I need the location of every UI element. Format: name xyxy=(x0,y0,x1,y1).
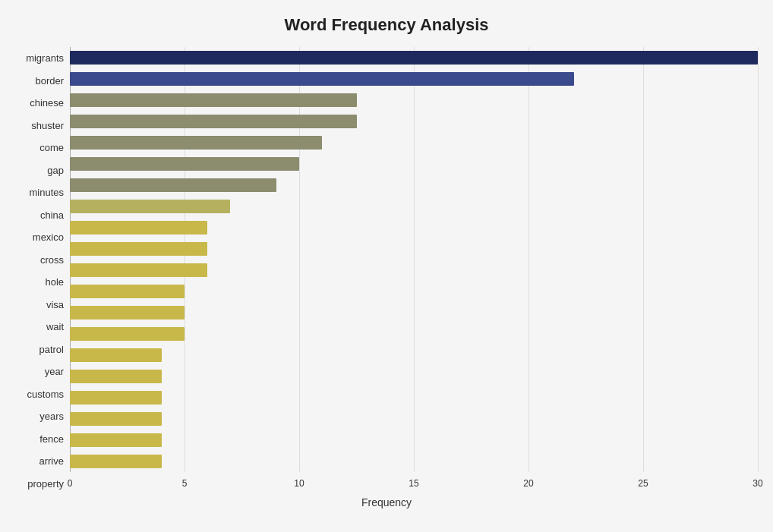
y-label: mexico xyxy=(33,228,64,247)
y-label: wait xyxy=(46,317,64,337)
y-label: arrive xyxy=(39,452,64,471)
y-label: china xyxy=(40,205,64,225)
bar-row xyxy=(70,90,758,110)
bar-row xyxy=(70,218,758,238)
y-label: cross xyxy=(40,250,64,269)
x-tick: 30 xyxy=(752,478,762,489)
x-tick: 15 xyxy=(409,478,418,489)
bar-row xyxy=(70,303,758,323)
bars-container xyxy=(70,47,758,495)
y-label: year xyxy=(45,362,64,382)
bar-row xyxy=(70,197,758,216)
bar xyxy=(70,157,299,171)
x-axis: 051015202530 xyxy=(70,472,758,495)
x-axis-label: Frequency xyxy=(15,496,758,508)
bar-row xyxy=(70,239,758,259)
bar-row xyxy=(70,112,758,131)
bar-row xyxy=(70,452,758,471)
y-label: gap xyxy=(47,160,64,180)
bar-row xyxy=(70,154,758,174)
y-label: minutes xyxy=(29,183,64,203)
bar xyxy=(70,221,207,235)
y-label: shuster xyxy=(31,115,64,135)
y-label: border xyxy=(35,71,64,90)
bar xyxy=(70,285,185,298)
chart-container: Word Frequency Analysis migrantsborderch… xyxy=(0,0,773,532)
plot-area: 051015202530 xyxy=(70,47,758,495)
bar-row xyxy=(70,282,758,301)
bar-row xyxy=(70,367,758,386)
bar xyxy=(70,455,162,468)
bar-row xyxy=(70,260,758,280)
x-tick: 10 xyxy=(294,478,304,489)
bar xyxy=(70,200,230,213)
bar-row xyxy=(70,345,758,365)
bar-row xyxy=(70,133,758,153)
y-label: fence xyxy=(39,429,64,449)
bar-row xyxy=(70,324,758,344)
bar xyxy=(70,263,207,277)
bar xyxy=(70,72,574,86)
bar xyxy=(70,433,162,447)
bar-row xyxy=(70,175,758,195)
bar xyxy=(70,391,162,405)
bar xyxy=(70,136,322,150)
bar xyxy=(70,115,357,128)
y-label: visa xyxy=(46,294,64,314)
bar xyxy=(70,348,162,362)
bar xyxy=(70,93,357,107)
bar xyxy=(70,412,162,426)
y-axis: migrantsborderchineseshustercomegapminut… xyxy=(15,47,70,495)
bar xyxy=(70,242,207,256)
chart-title: Word Frequency Analysis xyxy=(15,15,758,35)
x-tick: 20 xyxy=(523,478,533,489)
y-label: patrol xyxy=(39,339,64,359)
bar xyxy=(70,51,758,65)
bar-row xyxy=(70,388,758,408)
bar xyxy=(70,178,276,192)
y-label: hole xyxy=(45,272,64,292)
bar-row xyxy=(70,48,758,68)
x-tick: 25 xyxy=(638,478,648,489)
y-label: migrants xyxy=(26,49,64,68)
bar xyxy=(70,306,185,320)
y-label: years xyxy=(39,407,64,427)
y-label: property xyxy=(27,474,64,493)
grid-line xyxy=(758,47,759,472)
y-label: customs xyxy=(27,384,64,404)
bar-row xyxy=(70,409,758,429)
bar xyxy=(70,370,162,383)
y-label: chinese xyxy=(30,93,64,113)
x-tick: 0 xyxy=(68,478,73,489)
bar-row xyxy=(70,69,758,89)
y-label: come xyxy=(39,138,64,158)
bar-row xyxy=(70,430,758,450)
bar xyxy=(70,327,185,341)
x-tick: 5 xyxy=(182,478,188,489)
